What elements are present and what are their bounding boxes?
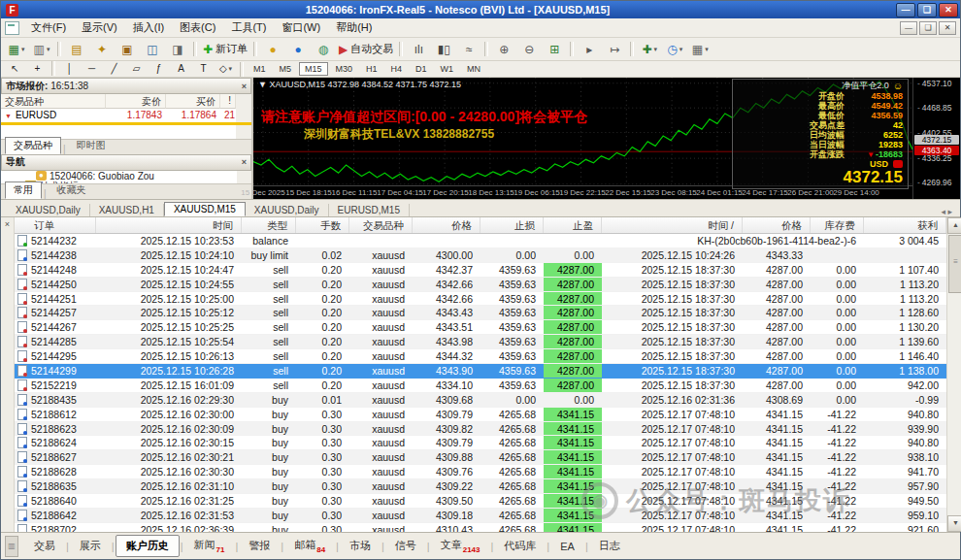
bottom-tab-日志[interactable]: 日志 xyxy=(589,536,630,556)
table-row[interactable]: 521886282025.12.16 02:30:30buy0.30xauusd… xyxy=(15,465,946,479)
price-scale[interactable]: 4537.104468.854402.554336.254269.964372.… xyxy=(912,78,960,199)
chart-tab-0[interactable]: XAUUSD,Daily xyxy=(7,204,90,216)
bottom-tab-信号[interactable]: 信号 xyxy=(385,536,426,556)
timeframe-MN[interactable]: MN xyxy=(461,62,486,76)
timeframe-D1[interactable]: D1 xyxy=(410,62,433,76)
bottom-tab-市场[interactable]: 市场 xyxy=(340,536,381,556)
cursor-button[interactable]: ↖ xyxy=(4,61,26,77)
timeframe-M15[interactable]: M15 xyxy=(299,62,328,76)
market-watch-close-icon[interactable]: × xyxy=(242,82,247,91)
scroll-down-icon[interactable]: ▼ xyxy=(947,515,961,532)
new-order-button[interactable]: ✚新订单 xyxy=(200,39,250,59)
autotrading-button[interactable]: ▶自动交易 xyxy=(336,39,396,59)
orders-col-header-7[interactable]: 止盈 xyxy=(544,217,602,233)
table-row[interactable]: 521886402025.12.16 02:31:25buy0.30xauusd… xyxy=(15,494,946,509)
table-row[interactable]: 521442992025.12.15 10:26:28sell0.20xauus… xyxy=(15,364,946,379)
bottom-tab-新闻[interactable]: 新闻71 xyxy=(184,535,235,556)
orders-col-header-1[interactable]: 时间 xyxy=(96,217,242,233)
bottom-tab-交易[interactable]: 交易 xyxy=(24,536,65,556)
minimize-button[interactable]: — xyxy=(896,3,915,17)
zoom-in-button[interactable]: ⊕ xyxy=(491,39,516,59)
table-row[interactable]: 521442852025.12.15 10:25:54sell0.20xauus… xyxy=(15,335,946,349)
table-row[interactable]: 521522192025.12.15 16:01:09sell0.20xauus… xyxy=(15,379,946,393)
orders-col-header-5[interactable]: 价格 xyxy=(413,217,480,233)
orders-col-header-4[interactable]: 交易品种 xyxy=(349,217,413,233)
close-button[interactable]: ✕ xyxy=(939,3,958,17)
chart-area[interactable]: ▼ XAUUSD,M15 4372.98 4384.52 4371.75 437… xyxy=(253,78,912,199)
table-row[interactable]: 521442322025.12.15 10:23:53balanceKH-(2b… xyxy=(15,234,946,248)
maximize-button[interactable]: ❏ xyxy=(917,3,937,17)
horizontal-line-button[interactable]: ─ xyxy=(81,61,103,77)
table-row[interactable]: 521884352025.12.16 02:29:30buy0.01xauusd… xyxy=(15,393,946,408)
timeframe-M30[interactable]: M30 xyxy=(330,62,359,76)
table-row[interactable]: 521442502025.12.15 10:24:55sell0.20xauus… xyxy=(15,278,946,292)
equidistant-channel-button[interactable]: ▱ xyxy=(125,61,148,77)
mdi-close-button[interactable]: ✕ xyxy=(939,21,956,35)
scroll-up-icon[interactable]: ▲ xyxy=(947,217,961,234)
candles-mode-button[interactable]: ▮▯ xyxy=(431,39,456,59)
chart-tabs-scroll-icons[interactable]: ◂ ▸ xyxy=(941,207,954,216)
menu-item-6[interactable]: 帮助(H) xyxy=(328,18,380,37)
templates-button[interactable]: ▦▾ xyxy=(687,39,712,59)
table-row[interactable]: 521886242025.12.16 02:30:15buy0.30xauusd… xyxy=(15,436,946,450)
auto-scroll-button[interactable]: ▸ xyxy=(577,39,602,59)
toolbox-toggle-button[interactable]: ▣ xyxy=(115,39,140,59)
navigator-tab-0[interactable]: 常用 xyxy=(5,181,42,199)
orders-col-header-8[interactable]: 时间 / xyxy=(602,217,743,233)
community-button[interactable]: ● xyxy=(285,39,311,59)
bottom-tab-账户历史[interactable]: 账户历史 xyxy=(116,535,180,557)
bottom-tab-邮箱[interactable]: 邮箱84 xyxy=(284,535,335,556)
bottom-tab-EA[interactable]: EA xyxy=(550,538,584,555)
bottom-tab-警报[interactable]: 警报 xyxy=(239,536,280,556)
bottom-tab-代码库[interactable]: 代码库 xyxy=(494,536,546,556)
chart-tab-3[interactable]: XAUUSD,Daily xyxy=(246,204,329,216)
chart-shift-button[interactable]: ↦ xyxy=(602,39,627,59)
timeframe-M5[interactable]: M5 xyxy=(274,62,298,76)
orders-col-header-3[interactable]: 手数 xyxy=(296,217,349,233)
market-watch-col-3[interactable]: ! xyxy=(220,94,236,109)
market-watch-toggle-button[interactable]: ▤ xyxy=(64,39,89,59)
trend-line-button[interactable]: ╱ xyxy=(103,61,125,77)
timeframe-W1[interactable]: W1 xyxy=(435,62,460,76)
market-watch-tab-0[interactable]: 交易品种 xyxy=(5,137,61,154)
mdi-minimize-button[interactable]: — xyxy=(900,21,917,35)
periods-clock-button[interactable]: ◷▾ xyxy=(662,39,687,59)
symbol-cell[interactable]: ▼EURUSD xyxy=(1,109,106,122)
menu-item-3[interactable]: 图表(C) xyxy=(172,18,223,37)
market-watch-col-2[interactable]: 买价 xyxy=(166,94,220,109)
timeframe-H1[interactable]: H1 xyxy=(360,62,383,76)
menu-item-2[interactable]: 插入(I) xyxy=(125,18,172,37)
timeframe-M1[interactable]: M1 xyxy=(248,62,272,76)
vertical-line-button[interactable]: │ xyxy=(58,61,81,77)
orders-col-header-10[interactable]: 库存费 xyxy=(811,217,864,233)
chart-tab-2[interactable]: XAUUSD,M15 xyxy=(164,202,246,216)
orders-col-header-11[interactable]: 获利 xyxy=(864,217,946,233)
timeframe-H4[interactable]: H4 xyxy=(385,62,409,76)
data-window-toggle-button[interactable]: ◨ xyxy=(165,39,190,59)
text-button[interactable]: A xyxy=(170,61,192,77)
menu-item-5[interactable]: 窗口(W) xyxy=(274,18,328,37)
table-row[interactable]: 521442952025.12.15 10:26:13sell0.20xauus… xyxy=(15,349,946,364)
strategy-tester-toggle-button[interactable]: ◫ xyxy=(140,39,165,59)
orders-col-header-6[interactable]: 止损 xyxy=(480,217,544,233)
orders-scrollbar[interactable]: ▲ ≡ ▼ xyxy=(946,217,961,532)
crosshair-button[interactable]: + xyxy=(26,61,49,77)
navigator-tab-1[interactable]: 收藏夹 xyxy=(49,181,95,199)
navigator-toggle-button[interactable]: ✦ xyxy=(89,39,115,59)
zoom-out-button[interactable]: ⊖ xyxy=(516,39,542,59)
table-row[interactable]: 521886232025.12.16 02:30:09buy0.30xauusd… xyxy=(15,422,946,437)
navigator-item-0[interactable]: ●15204066: Guobiao Zou xyxy=(1,171,237,181)
orders-col-header-9[interactable]: 价格 xyxy=(743,217,811,233)
tile-windows-button[interactable]: ⊞ xyxy=(542,39,567,59)
table-row[interactable]: 521887022025.12.16 02:36:39buy0.30xauusd… xyxy=(15,523,946,532)
table-row[interactable]: 521886422025.12.16 02:31:53buy0.30xauusd… xyxy=(15,509,946,523)
indicators-add-button[interactable]: ✚▾ xyxy=(637,39,662,59)
orders-col-header-0[interactable]: 订单 xyxy=(15,217,96,233)
dock-grip-icon[interactable]: ▥ xyxy=(5,536,18,557)
deposit-button[interactable]: ● xyxy=(260,39,285,59)
table-row[interactable]: 521442672025.12.15 10:25:25sell0.20xauus… xyxy=(15,320,946,335)
new-chart-button[interactable]: ▦▾ xyxy=(4,39,29,59)
table-row[interactable]: 521886122025.12.16 02:30:00buy0.30xauusd… xyxy=(15,408,946,422)
table-row[interactable]: 521442482025.12.15 10:24:47sell0.20xauus… xyxy=(15,263,946,278)
market-watch-tab-1[interactable]: 即时图 xyxy=(68,137,115,154)
